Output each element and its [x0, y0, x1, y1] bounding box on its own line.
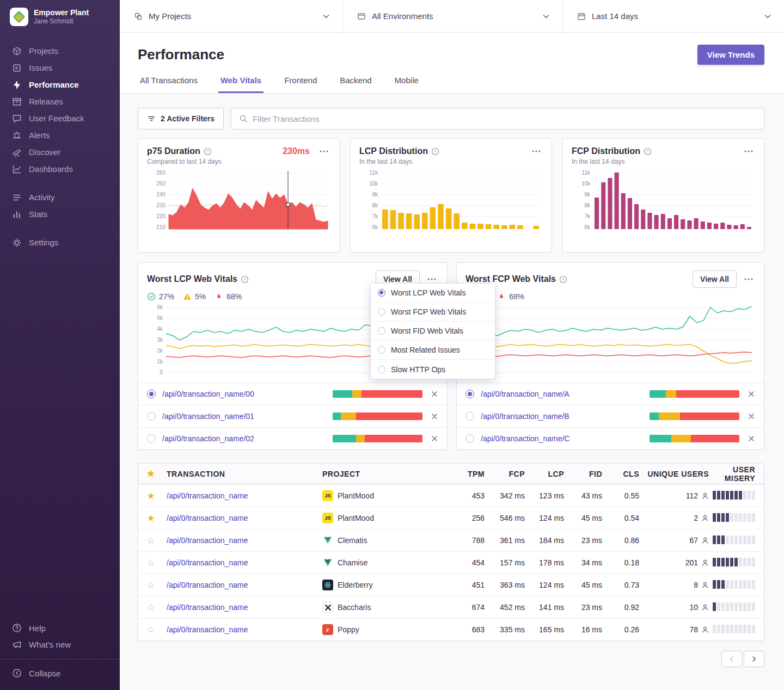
column-header-unique-users[interactable]: UNIQUE USERS	[639, 470, 709, 478]
previous-page-button[interactable]	[721, 651, 742, 667]
sidebar-item-releases[interactable]: Releases	[0, 93, 120, 110]
menu-item-worst-lcp[interactable]: Worst LCP Web Vitals	[371, 284, 495, 303]
svg-text:7k: 7k	[584, 213, 591, 219]
sidebar-item-user-feedback[interactable]: User Feedback	[0, 110, 120, 127]
vitals-distribution-bar	[650, 412, 739, 420]
close-icon[interactable]	[431, 390, 438, 398]
close-icon[interactable]	[748, 412, 755, 420]
transaction-link[interactable]: /api/0/transaction_name/00	[162, 390, 254, 398]
card-menu-button[interactable]	[742, 148, 755, 155]
transaction-link[interactable]: /api/0/transaction_name/A	[481, 390, 569, 398]
transaction-link[interactable]: /api/0/transaction_name	[167, 558, 248, 567]
sidebar-item-activity[interactable]: Activity	[0, 189, 120, 206]
transaction-link[interactable]: /api/0/transaction_name/B	[481, 412, 569, 421]
close-icon[interactable]	[431, 435, 438, 442]
transaction-link[interactable]: /api/0/transaction_name	[167, 514, 248, 522]
tab-mobile[interactable]: Mobile	[393, 76, 421, 93]
column-header-fcp[interactable]: FCP	[485, 470, 525, 478]
user-icon	[701, 603, 709, 611]
sidebar-item-issues[interactable]: Issues	[0, 59, 120, 76]
view-trends-button[interactable]: View Trends	[697, 45, 764, 65]
p75-duration-card: p75 Duration ? 230ms Compared to last 14…	[138, 138, 340, 252]
tab-all-transactions[interactable]: All Transactions	[138, 76, 200, 93]
tab-frontend[interactable]: Frontend	[282, 76, 319, 93]
search-input[interactable]	[253, 114, 756, 124]
transaction-link[interactable]: /api/0/transaction_name	[167, 536, 248, 545]
star-icon[interactable]: ☆	[146, 558, 155, 568]
projects-filter-icon	[134, 12, 143, 21]
sidebar-item-discover[interactable]: Discover	[0, 144, 120, 161]
sidebar-item-projects[interactable]: Projects	[0, 42, 120, 59]
fire-icon	[497, 292, 506, 301]
card-menu-button[interactable]	[317, 148, 330, 155]
tab-backend[interactable]: Backend	[338, 76, 373, 93]
good-stat: 27%	[147, 292, 174, 301]
card-menu-button[interactable]	[425, 276, 438, 282]
radio-button[interactable]	[147, 412, 156, 421]
star-icon[interactable]: ☆	[146, 625, 155, 634]
sidebar-item-performance[interactable]: Performance	[0, 76, 120, 93]
question-icon[interactable]: ?	[431, 147, 439, 156]
radio-button[interactable]	[147, 434, 156, 443]
column-header-lcp[interactable]: LCP	[525, 470, 564, 478]
transaction-link[interactable]: /api/0/transaction_name	[167, 603, 248, 612]
star-icon[interactable]: ☆	[146, 536, 155, 545]
question-icon[interactable]: ?	[241, 275, 249, 284]
sidebar-item-label: Settings	[29, 238, 58, 247]
card-title: Worst LCP Web Vitals	[147, 274, 237, 284]
column-header-cls[interactable]: CLS	[602, 470, 639, 478]
org-switcher[interactable]: Empower Plant Jane Schmidt	[0, 0, 120, 26]
sidebar-item-settings[interactable]: Settings	[0, 234, 120, 251]
transaction-link[interactable]: /api/0/transaction_name	[167, 625, 248, 634]
star-icon[interactable]: ★	[146, 491, 155, 501]
radio-button[interactable]	[465, 412, 474, 421]
sidebar-collapse-button[interactable]: Collapse	[0, 665, 120, 681]
transaction-link[interactable]: /api/0/transaction_name/C	[481, 434, 569, 443]
transaction-link[interactable]: /api/0/transaction_name/02	[162, 434, 254, 443]
radio-button[interactable]	[147, 390, 156, 398]
vitals-distribution-bar	[650, 435, 739, 442]
transaction-link[interactable]: /api/0/transaction_name/01	[162, 412, 254, 421]
sidebar-item-help[interactable]: Help	[0, 620, 120, 636]
card-menu-button[interactable]	[530, 148, 543, 155]
close-icon[interactable]	[748, 435, 755, 442]
menu-item-worst-fid[interactable]: Worst FID Web Vitals	[371, 322, 495, 341]
question-icon[interactable]: ?	[644, 147, 652, 156]
tab-web-vitals[interactable]: Web Vitals	[218, 76, 264, 93]
question-icon[interactable]: ?	[204, 147, 212, 156]
star-icon[interactable]: ☆	[146, 581, 155, 590]
column-header-project[interactable]: PROJECT	[316, 470, 452, 478]
column-header-fid[interactable]: FID	[564, 470, 602, 478]
menu-item-most-related-issues[interactable]: Most Related Issues	[371, 341, 495, 360]
card-menu-button[interactable]	[742, 276, 755, 282]
column-header-user-misery[interactable]: USER MISERY	[709, 465, 755, 483]
project-selector[interactable]: My Projects	[120, 0, 343, 32]
transaction-link[interactable]: /api/0/transaction_name	[167, 581, 248, 589]
menu-item-slow-http-ops[interactable]: Slow HTTP Ops	[371, 360, 495, 379]
sidebar-item-dashboards[interactable]: Dashboards	[0, 161, 120, 177]
radio-button[interactable]	[465, 390, 474, 398]
star-icon[interactable]: ★	[146, 469, 155, 478]
sidebar-item-stats[interactable]: Stats	[0, 206, 120, 223]
close-icon[interactable]	[748, 390, 755, 398]
environment-selector[interactable]: All Environments	[343, 0, 563, 32]
close-icon[interactable]	[431, 412, 438, 420]
question-icon[interactable]: ?	[559, 275, 567, 284]
cls-value: 0.73	[602, 581, 639, 589]
next-page-button[interactable]	[744, 651, 764, 667]
transaction-link[interactable]: /api/0/transaction_name	[167, 491, 248, 500]
star-icon[interactable]: ★	[146, 514, 155, 523]
column-header-transaction[interactable]: TRANSACTION	[163, 470, 316, 478]
radio-button[interactable]	[465, 434, 474, 443]
sidebar-item-alerts[interactable]: Alerts	[0, 127, 120, 144]
user-misery-bar	[712, 625, 755, 635]
menu-item-worst-fcp[interactable]: Worst FCP Web Vitals	[371, 303, 495, 322]
sidebar-item-label: Alerts	[29, 131, 50, 140]
star-icon[interactable]: ☆	[146, 603, 155, 612]
date-range-selector[interactable]: Last 14 days	[563, 0, 784, 32]
sidebar-item-whats-new[interactable]: What's new	[0, 636, 120, 652]
vitals-transaction-row: /api/0/transaction_name/A	[457, 383, 764, 405]
active-filters-button[interactable]: 2 Active Filters	[138, 108, 224, 130]
view-all-button[interactable]: View All	[693, 270, 737, 288]
column-header-tpm[interactable]: TPM	[452, 470, 485, 478]
